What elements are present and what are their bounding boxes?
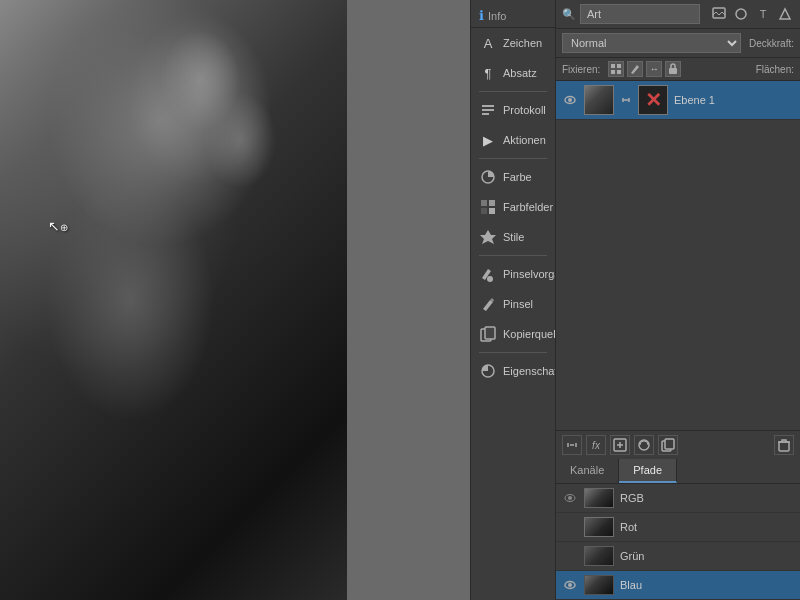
- channel-thumbnail-gruen: [584, 546, 614, 566]
- svg-rect-25: [665, 439, 674, 449]
- channel-item-rot[interactable]: Rot: [556, 513, 800, 542]
- svg-rect-6: [481, 208, 487, 214]
- divider-2: [479, 158, 547, 159]
- toolbar-item-zeichen[interactable]: A Zeichen: [471, 28, 555, 58]
- flaechen-label: Flächen:: [756, 64, 794, 75]
- aktionen-label: Aktionen: [503, 134, 546, 146]
- info-icon: ℹ: [479, 8, 484, 23]
- search-effect-icon[interactable]: [776, 5, 794, 23]
- search-image-icon[interactable]: [710, 5, 728, 23]
- farbe-icon: [479, 168, 497, 186]
- zeichen-icon: A: [479, 34, 497, 52]
- middle-toolbar: ℹ Info A Zeichen ¶ Absatz Protokoll ▶ Ak…: [470, 0, 555, 600]
- blend-mode-select[interactable]: Normal: [562, 33, 741, 53]
- new-layer-btn[interactable]: [658, 435, 678, 455]
- divider-4: [479, 352, 547, 353]
- opacity-label: Deckkraft:: [749, 38, 794, 49]
- layer-thumbnail: [584, 85, 614, 115]
- svg-rect-16: [617, 64, 621, 68]
- toolbar-item-farbe[interactable]: Farbe: [471, 162, 555, 192]
- farbe-label: Farbe: [503, 171, 532, 183]
- kopierquelle-icon: [479, 325, 497, 343]
- fixieren-row: Fixieren: ↔ Flächen:: [556, 58, 800, 81]
- channel-thumbnail-rot: [584, 517, 614, 537]
- absatz-icon: ¶: [479, 64, 497, 82]
- search-icon: 🔍: [562, 8, 576, 21]
- protokoll-label: Protokoll: [503, 104, 546, 116]
- search-text-icon[interactable]: T: [754, 5, 772, 23]
- stile-icon: [479, 228, 497, 246]
- toolbar-item-absatz[interactable]: ¶ Absatz: [471, 58, 555, 88]
- toolbar-item-protokoll[interactable]: Protokoll: [471, 95, 555, 125]
- layer-link-icon: [620, 94, 632, 106]
- info-bar[interactable]: ℹ Info: [471, 4, 555, 28]
- mask-x-icon: ✕: [645, 88, 662, 112]
- blend-mode-row: Normal Deckkraft:: [556, 29, 800, 58]
- stile-label: Stile: [503, 231, 524, 243]
- svg-marker-8: [480, 230, 496, 244]
- new-fill-layer-btn[interactable]: [610, 435, 630, 455]
- channel-thumbnail-rgb: [584, 488, 614, 508]
- pinsel-label: Pinsel: [503, 298, 533, 310]
- svg-rect-17: [611, 70, 615, 74]
- canvas-image[interactable]: ↖⊕: [0, 0, 347, 600]
- toolbar-item-kopierquelle[interactable]: Kopierquelle: [471, 319, 555, 349]
- fx-button[interactable]: fx: [586, 435, 606, 455]
- svg-rect-4: [481, 200, 487, 206]
- delete-layer-btn[interactable]: [774, 435, 794, 455]
- search-input[interactable]: [580, 4, 700, 24]
- aktionen-icon: ▶: [479, 131, 497, 149]
- toolbar-item-aktionen[interactable]: ▶ Aktionen: [471, 125, 555, 155]
- svg-rect-11: [485, 327, 495, 339]
- svg-rect-26: [779, 442, 789, 451]
- new-group-btn[interactable]: [634, 435, 654, 455]
- tab-pfade[interactable]: Pfade: [619, 459, 677, 483]
- channel-visibility-rgb[interactable]: [562, 490, 578, 506]
- channel-item-rgb[interactable]: RGB: [556, 484, 800, 513]
- fixieren-label: Fixieren:: [562, 64, 600, 75]
- channel-visibility-rot: [562, 519, 578, 535]
- layer-mask-thumbnail: ✕: [638, 85, 668, 115]
- fix-brush-icon[interactable]: [627, 61, 643, 77]
- fix-lock-icon[interactable]: [665, 61, 681, 77]
- link-layers-btn[interactable]: [562, 435, 582, 455]
- right-panel: ℹ Info A Zeichen ¶ Absatz Protokoll ▶ Ak…: [470, 0, 800, 600]
- svg-rect-0: [482, 105, 494, 107]
- info-label: Info: [488, 10, 506, 22]
- svg-rect-7: [489, 208, 495, 214]
- tab-kanaele[interactable]: Kanäle: [556, 459, 619, 483]
- cursor-icon: ↖⊕: [48, 218, 68, 234]
- toolbar-item-pinsel[interactable]: Pinsel: [471, 289, 555, 319]
- pinselvorga-icon: [479, 265, 497, 283]
- toolbar-item-farbfelder[interactable]: Farbfelder: [471, 192, 555, 222]
- fix-move-icon[interactable]: ↔: [646, 61, 662, 77]
- search-shape-icon[interactable]: [732, 5, 750, 23]
- absatz-label: Absatz: [503, 67, 537, 79]
- layer-item-ebene1[interactable]: ✕ Ebene 1: [556, 81, 800, 120]
- toolbar-item-eigenschaft[interactable]: Eigenschaft...: [471, 356, 555, 386]
- svg-point-28: [568, 496, 572, 500]
- channel-thumbnail-blau: [584, 575, 614, 595]
- fix-pixel-icon[interactable]: [608, 61, 624, 77]
- toolbar-item-pinselvorga[interactable]: Pinselvorga...: [471, 259, 555, 289]
- channels-tabs: Kanäle Pfade: [556, 459, 800, 484]
- channel-name-rgb: RGB: [620, 492, 644, 504]
- layers-panel: 🔍 T Normal Deckkraft:: [555, 0, 800, 600]
- eigenschaft-icon: [479, 362, 497, 380]
- channel-item-gruen[interactable]: Grün: [556, 542, 800, 571]
- layer-name: Ebene 1: [674, 94, 794, 106]
- svg-rect-2: [482, 113, 489, 115]
- layers-spacer: [556, 120, 800, 430]
- svg-rect-5: [489, 200, 495, 206]
- channel-visibility-blau[interactable]: [562, 577, 578, 593]
- divider-3: [479, 255, 547, 256]
- svg-point-30: [568, 583, 572, 587]
- toolbar-item-stile[interactable]: Stile: [471, 222, 555, 252]
- channel-visibility-gruen: [562, 548, 578, 564]
- protokoll-icon: [479, 101, 497, 119]
- channel-item-blau[interactable]: Blau: [556, 571, 800, 600]
- svg-point-14: [736, 9, 746, 19]
- svg-rect-1: [482, 109, 494, 111]
- layer-visibility-icon[interactable]: [562, 92, 578, 108]
- layer-actions: fx: [556, 430, 800, 459]
